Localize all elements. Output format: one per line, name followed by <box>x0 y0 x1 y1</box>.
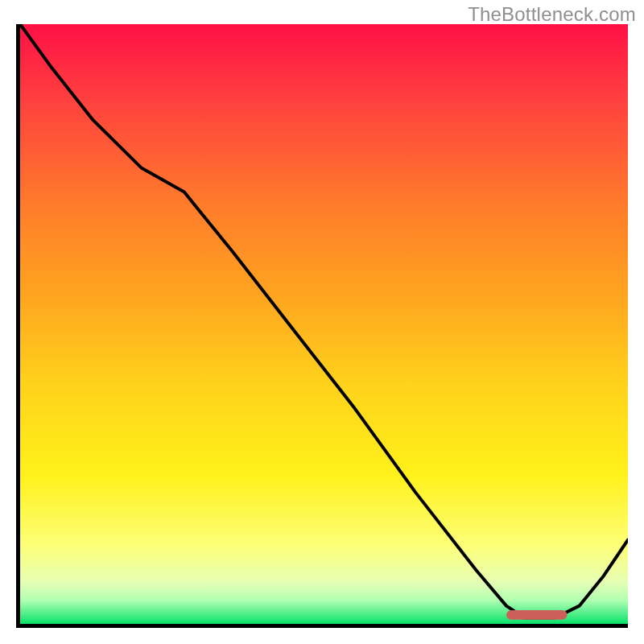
svg-rect-0 <box>506 610 568 620</box>
watermark: TheBottleneck.com <box>468 3 636 26</box>
gradient-fill <box>20 24 628 624</box>
chart-svg <box>20 24 628 624</box>
chart-area <box>16 24 628 628</box>
optimal-marker <box>506 610 568 620</box>
